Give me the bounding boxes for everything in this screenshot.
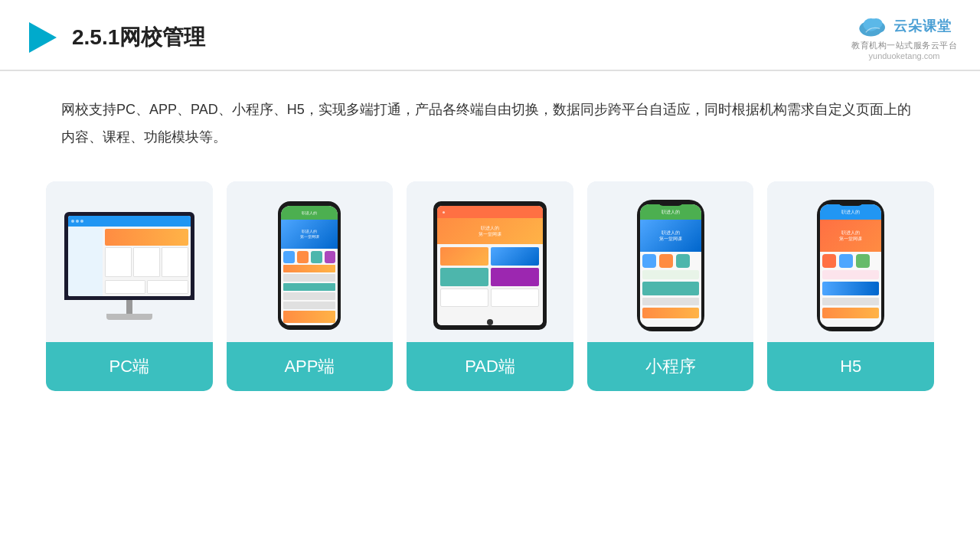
card-pad: 职进人的第一堂网课 PAD端	[407, 181, 573, 391]
card-h5: 职进人的 职进人的第一堂网课	[767, 181, 934, 391]
logo-url: yunduoketang.com	[869, 51, 940, 60]
card-app: 职进人的 职进人的第一堂网课	[227, 181, 394, 391]
card-pc-label: PC端	[46, 342, 213, 391]
card-pad-image: 职进人的第一堂网课	[407, 181, 573, 342]
logo-area: 云朵课堂 教育机构一站式服务云平台 yunduoketang.com	[851, 14, 957, 60]
phone-mockup-miniapp: 职进人的 职进人的第一堂网课	[637, 200, 704, 331]
description-text: 网校支持PC、APP、PAD、小程序、H5，实现多端打通，产品各终端自由切换，数…	[61, 102, 911, 145]
card-miniapp: 职进人的 职进人的第一堂网课	[587, 181, 754, 391]
cards-container: PC端 职进人的 职进人的第一堂网课	[0, 166, 980, 391]
header-left: 2.5.1网校管理	[23, 19, 205, 56]
header: 2.5.1网校管理 云朵课堂 教育机构一站式服务云平台 yunduoketang…	[0, 0, 980, 71]
card-miniapp-label: 小程序	[587, 342, 754, 391]
cloud-icon	[857, 14, 889, 38]
page-title: 2.5.1网校管理	[72, 23, 205, 52]
svg-marker-0	[29, 22, 57, 53]
logo-cloud: 云朵课堂	[857, 14, 952, 38]
svg-point-5	[870, 18, 883, 28]
card-pc: PC端	[46, 181, 213, 391]
card-pad-label: PAD端	[407, 342, 573, 391]
card-app-image: 职进人的 职进人的第一堂网课	[227, 181, 394, 342]
card-h5-label: H5	[767, 342, 934, 391]
card-h5-image: 职进人的 职进人的第一堂网课	[767, 181, 934, 342]
card-pc-image	[46, 181, 213, 342]
phone-mockup-app: 职进人的 职进人的第一堂网课	[278, 201, 341, 330]
logo-sub: 教育机构一站式服务云平台	[851, 40, 957, 51]
pc-monitor	[64, 212, 194, 320]
play-icon	[23, 19, 60, 56]
tablet-mockup: 职进人的第一堂网课	[433, 201, 547, 330]
phone-mockup-h5: 职进人的 职进人的第一堂网课	[817, 200, 884, 331]
card-miniapp-image: 职进人的 职进人的第一堂网课	[587, 181, 754, 342]
description: 网校支持PC、APP、PAD、小程序、H5，实现多端打通，产品各终端自由切换，数…	[0, 71, 980, 166]
logo-text: 云朵课堂	[893, 17, 952, 35]
card-app-label: APP端	[227, 342, 394, 391]
